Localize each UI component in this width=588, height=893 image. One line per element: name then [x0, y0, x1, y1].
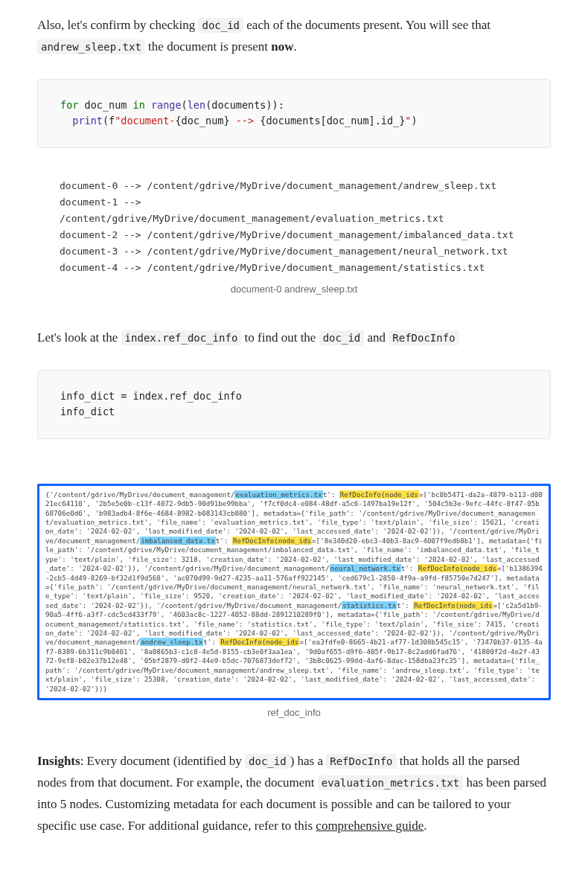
paragraph-3: Insights: Every document (identified by …: [37, 751, 551, 837]
ref-doc-info-output: {'/content/gdrive/MyDrive/document_manag…: [37, 484, 551, 700]
code-andrew-file: andrew_sleep.txt: [37, 39, 145, 54]
caption-1: document-0 andrew_sleep.txt: [37, 281, 551, 298]
output-block-1: document-0 --> /content/gdrive/MyDrive/d…: [37, 178, 551, 277]
caption-2: ref_doc_info: [37, 705, 551, 721]
code-doc-id: doc_id: [198, 18, 243, 33]
comprehensive-guide-link[interactable]: comprehensive guide: [316, 819, 424, 833]
paragraph-2: Let's look at the index.ref_doc_info to …: [37, 327, 551, 349]
code-block-1: for doc_num in range(len(documents)): pr…: [37, 79, 551, 148]
paragraph-1: Also, let's confirm by checking doc_id e…: [37, 15, 551, 58]
code-block-2: info_dict = index.ref_doc_info info_dict: [37, 370, 551, 439]
